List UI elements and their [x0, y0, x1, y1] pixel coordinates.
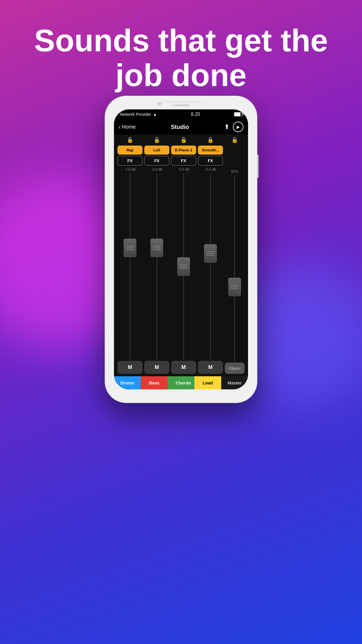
tab-chords[interactable]: Chords	[168, 376, 194, 389]
lock-icon-master[interactable]: 🔓	[231, 137, 238, 143]
wifi-icon: ▲	[153, 112, 157, 117]
back-label: Home	[122, 124, 136, 130]
fader-ch2[interactable]	[144, 173, 169, 360]
db-master: 61%	[231, 169, 238, 174]
phone-camera	[158, 102, 161, 106]
phone-device: Network Provider ▲ 8.20 ‹ Home Studio	[105, 96, 257, 402]
db-ch3: -5.0 dB	[178, 167, 189, 172]
channels-container: 🔓 Rap FX -2.0 dB M	[117, 137, 245, 376]
hero-title: Sounds that get the job done	[0, 23, 362, 93]
chevron-left-icon: ‹	[119, 124, 121, 130]
carrier-label: Network Provider	[120, 112, 151, 117]
lock-icon-ch3[interactable]: 🔓	[180, 137, 187, 143]
fx-btn-ch3[interactable]: FX	[171, 156, 196, 166]
status-bar: Network Provider ▲ 8.20	[114, 109, 248, 119]
fx-btn-ch2[interactable]: FX	[144, 156, 169, 166]
tab-master[interactable]: Master	[221, 376, 248, 389]
play-button[interactable]: ▶	[233, 122, 243, 132]
mute-btn-ch4[interactable]: M	[198, 361, 223, 374]
nav-bar: ‹ Home Studio ⬆ ▶	[114, 119, 248, 134]
fader-ch4[interactable]	[198, 173, 223, 360]
lock-icon-ch4[interactable]: 🔓	[207, 137, 214, 143]
fader-ch1[interactable]	[117, 173, 143, 360]
play-icon: ▶	[237, 125, 240, 129]
tab-lead[interactable]: Lead	[194, 376, 221, 389]
fx-btn-ch4[interactable]: FX	[198, 156, 223, 166]
lock-icon-ch2[interactable]: 🔓	[154, 137, 160, 143]
instrument-btn-ch2[interactable]: Lofi	[144, 146, 169, 155]
battery-icon	[234, 112, 242, 116]
channel-3: 🔓 E-Piano 2 FX -5.0 dB M	[171, 137, 196, 374]
status-carrier-area: Network Provider ▲	[120, 112, 157, 117]
tab-bar: Drums Bass Chords Lead Master	[114, 376, 248, 389]
nav-actions: ⬆ ▶	[224, 122, 243, 132]
phone-screen: Network Provider ▲ 8.20 ‹ Home Studio	[114, 109, 248, 389]
page-title: Studio	[171, 124, 189, 130]
channel-2: 🔓 Lofi FX -2.0 dB M	[144, 137, 169, 374]
tab-drums[interactable]: Drums	[114, 376, 141, 389]
phone-speaker	[172, 104, 190, 106]
channel-4: 🔓 Smooth... FX -2.5 dB M	[198, 137, 223, 374]
instrument-btn-ch4[interactable]: Smooth...	[198, 146, 223, 155]
back-button[interactable]: ‹ Home	[119, 124, 136, 130]
status-icons	[234, 112, 242, 116]
mute-btn-ch1[interactable]: M	[117, 361, 143, 374]
mute-btn-ch3[interactable]: M	[171, 361, 196, 374]
instrument-btn-ch1[interactable]: Rap	[117, 146, 143, 155]
fader-master[interactable]	[225, 175, 245, 361]
share-icon[interactable]: ⬆	[224, 123, 229, 131]
db-ch4: -2.5 dB	[205, 167, 216, 172]
lock-icon-ch1[interactable]: 🔓	[127, 137, 133, 143]
phone-notch	[161, 101, 201, 103]
fx-btn-ch1[interactable]: FX	[117, 156, 143, 166]
mute-btn-ch2[interactable]: M	[144, 361, 169, 374]
tab-bass[interactable]: Bass	[141, 376, 168, 389]
status-time: 8.20	[191, 112, 200, 117]
chords-active-dot	[171, 382, 174, 385]
fader-ch3[interactable]	[171, 173, 196, 360]
tab-chords-label: Chords	[176, 380, 191, 385]
db-ch1: -2.0 dB	[124, 167, 136, 172]
clipper-btn[interactable]: Clipper	[225, 363, 245, 374]
mixer-area: 🔓 Rap FX -2.0 dB M	[114, 134, 248, 376]
db-ch2: -2.0 dB	[151, 167, 163, 172]
channel-1: 🔓 Rap FX -2.0 dB M	[117, 137, 143, 374]
channel-master: 🔓 61% Clipper	[225, 137, 245, 374]
instrument-btn-ch3[interactable]: E-Piano 2	[171, 146, 196, 155]
